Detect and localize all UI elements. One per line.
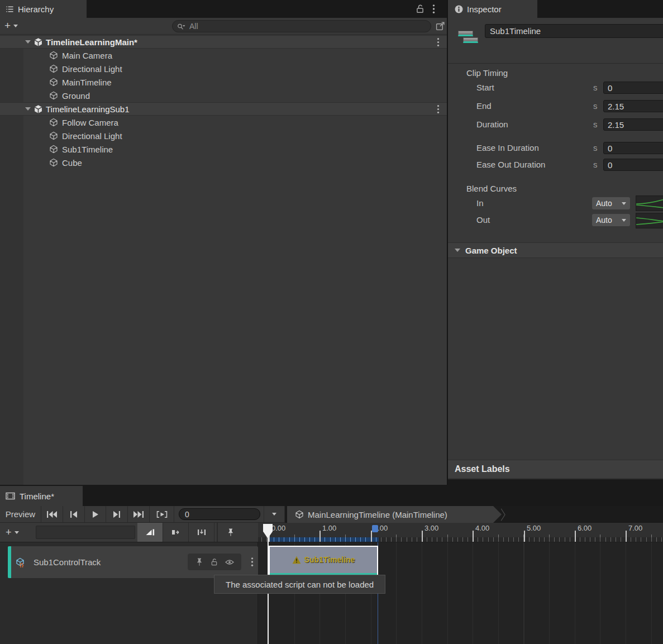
hierarchy-item[interactable]: Directional Light bbox=[0, 129, 447, 142]
go-to-end-button[interactable] bbox=[128, 506, 150, 522]
tab-hierarchy[interactable]: Hierarchy bbox=[0, 0, 87, 18]
timeline-toolbar: Preview bbox=[0, 506, 285, 523]
unity-scene-icon bbox=[34, 37, 43, 47]
ease-in-unit: s bbox=[593, 142, 598, 154]
breadcrumb[interactable]: MainLearningTimeline (MainTimeline) bbox=[287, 506, 502, 523]
pin-icon[interactable] bbox=[195, 557, 203, 566]
ruler-label: 1.00 bbox=[319, 524, 336, 532]
chevron-down-icon bbox=[622, 219, 626, 222]
kebab-menu-icon[interactable] bbox=[437, 104, 440, 114]
lock-icon[interactable] bbox=[211, 558, 218, 566]
cube-icon bbox=[49, 78, 58, 87]
blend-in-value: Auto bbox=[596, 199, 612, 208]
time-ruler[interactable]: 0.00 1.00 2.00 3.00 4.00 5.00 6.00 7.00 bbox=[258, 523, 663, 542]
cube-icon bbox=[49, 64, 58, 73]
current-frame-field[interactable] bbox=[179, 508, 260, 520]
breadcrumb-zone: MainLearningTimeline (MainTimeline) bbox=[285, 506, 663, 523]
blend-in-dropdown[interactable]: Auto bbox=[592, 197, 630, 209]
inspector-header bbox=[448, 18, 663, 64]
blend-out-curve-preview[interactable] bbox=[636, 213, 663, 228]
hierarchy-item[interactable]: Cube bbox=[0, 156, 447, 169]
ease-out-unit: s bbox=[593, 159, 598, 171]
clip-label: Sub1Timeline bbox=[304, 555, 355, 564]
hierarchy-list-icon bbox=[6, 5, 14, 13]
next-frame-button[interactable] bbox=[106, 506, 128, 522]
inspector-tab-bar: Inspector bbox=[448, 0, 663, 18]
blend-curves-title: Blend Curves bbox=[466, 183, 517, 195]
hierarchy-item[interactable]: Follow Camera bbox=[0, 116, 447, 129]
marker-pin-button[interactable] bbox=[218, 523, 244, 542]
hierarchy-item[interactable]: Sub1Timeline bbox=[0, 142, 447, 156]
create-object-button[interactable]: + bbox=[4, 20, 18, 31]
hierarchy-item[interactable]: Ground bbox=[0, 89, 447, 102]
ease-out-field[interactable] bbox=[603, 159, 663, 171]
tab-hierarchy-label: Hierarchy bbox=[18, 4, 54, 14]
tooltip: The associated script can not be loaded bbox=[214, 575, 385, 594]
tab-inspector-label: Inspector bbox=[467, 4, 502, 14]
end-unit: s bbox=[593, 100, 598, 112]
frame-options-dropdown[interactable] bbox=[264, 506, 285, 522]
cube-icon bbox=[49, 118, 58, 127]
hierarchy-item[interactable]: Directional Light bbox=[0, 62, 447, 75]
hierarchy-item[interactable]: MainTimeline bbox=[0, 75, 447, 89]
start-field[interactable] bbox=[603, 82, 663, 94]
ripple-mode-button[interactable] bbox=[163, 523, 189, 542]
inspector-panel: Inspector Clip Timing Start s End s Dura… bbox=[448, 0, 663, 479]
blend-in-curve-preview[interactable] bbox=[636, 195, 663, 211]
search-input[interactable] bbox=[173, 21, 431, 32]
previous-frame-button[interactable] bbox=[63, 506, 85, 522]
kebab-menu-icon[interactable] bbox=[437, 37, 440, 47]
asset-labels-bar[interactable]: Asset Labels bbox=[448, 460, 663, 479]
play-range-button[interactable] bbox=[150, 506, 174, 522]
tab-timeline[interactable]: Timeline* bbox=[0, 486, 83, 506]
ease-in-field[interactable] bbox=[603, 142, 663, 154]
control-track-header[interactable]: Sub1ControlTrack bbox=[8, 546, 258, 578]
timeline-end-marker[interactable] bbox=[372, 525, 378, 532]
kebab-menu-icon[interactable] bbox=[432, 4, 435, 14]
popout-icon[interactable] bbox=[436, 21, 445, 31]
track-accent-bar bbox=[8, 546, 11, 578]
duration-field[interactable] bbox=[603, 118, 663, 131]
hierarchy-item[interactable]: Main Camera bbox=[0, 49, 447, 62]
game-object-foldout[interactable]: Game Object bbox=[448, 242, 663, 258]
breadcrumb-label: MainLearningTimeline (MainTimeline) bbox=[308, 510, 447, 519]
track-button-group bbox=[188, 554, 241, 570]
item-label: Ground bbox=[62, 91, 90, 101]
foldout-arrow-icon[interactable] bbox=[25, 40, 31, 44]
kebab-menu-icon[interactable] bbox=[251, 557, 254, 567]
foldout-arrow-icon bbox=[455, 249, 460, 252]
item-label: Directional Light bbox=[62, 131, 122, 141]
breadcrumb-chevron-icon bbox=[500, 508, 506, 521]
preview-button[interactable]: Preview bbox=[0, 506, 41, 522]
mix-mode-button[interactable] bbox=[137, 523, 163, 542]
object-name-field[interactable] bbox=[485, 24, 663, 38]
duration-label: Duration bbox=[476, 118, 508, 131]
duration-unit: s bbox=[593, 118, 598, 131]
scene-row-sub1[interactable]: TimelineLearningSub1 bbox=[0, 102, 447, 116]
replace-mode-button[interactable] bbox=[189, 523, 214, 542]
tab-inspector[interactable]: Inspector bbox=[448, 0, 537, 18]
timeline-asset-icon bbox=[458, 29, 479, 47]
play-button[interactable] bbox=[85, 506, 107, 522]
chevron-down-icon bbox=[622, 202, 626, 205]
go-to-beginning-button[interactable] bbox=[41, 506, 63, 522]
cube-icon bbox=[49, 158, 58, 167]
lock-icon[interactable] bbox=[416, 4, 424, 13]
hierarchy-toolbar: + bbox=[0, 18, 447, 35]
control-track-icon bbox=[16, 557, 26, 567]
chevron-down-icon bbox=[13, 25, 18, 27]
eye-icon[interactable] bbox=[225, 559, 234, 565]
ruler-label: 4.00 bbox=[473, 524, 489, 532]
scene-name: TimelineLearningSub1 bbox=[46, 104, 130, 114]
ruler-label: 6.00 bbox=[575, 524, 592, 532]
scene-row-main[interactable]: TimelineLearningMain* bbox=[0, 35, 447, 49]
blend-out-dropdown[interactable]: Auto bbox=[592, 214, 630, 226]
plus-icon: + bbox=[6, 527, 12, 538]
inspector-bottom-gap bbox=[448, 479, 663, 485]
foldout-arrow-icon[interactable] bbox=[25, 107, 31, 111]
sub1timeline-clip[interactable]: Sub1Timeline bbox=[269, 546, 378, 578]
end-field[interactable] bbox=[603, 100, 663, 112]
add-track-button[interactable]: + bbox=[6, 527, 19, 538]
unity-scene-icon bbox=[34, 104, 43, 114]
track-header-spacer bbox=[36, 526, 135, 539]
